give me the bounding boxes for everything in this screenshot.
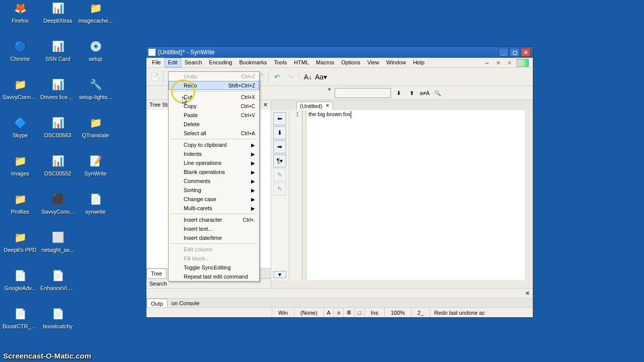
tab-close-icon[interactable]: ✕ — [326, 103, 330, 109]
icon-label: SavvyConn... — [40, 209, 75, 215]
desktop-icon[interactable]: 📊DSC00563 — [40, 115, 75, 138]
menu-item-copy[interactable]: CopyCtrl+C — [169, 102, 259, 111]
menu-item-comments[interactable]: Comments▶ — [169, 176, 259, 186]
undo-button[interactable]: ↶ — [271, 71, 283, 83]
font-button[interactable]: Aa▾ — [315, 71, 327, 83]
menubar-icon-close-orange[interactable]: ✕ — [505, 58, 514, 67]
menubar-icon-left-arrow[interactable]: ↔ — [482, 58, 492, 67]
lexer-indicator[interactable] — [517, 59, 529, 67]
scrollbar-horizontal[interactable] — [271, 280, 533, 288]
marker-icon[interactable]: ✎ — [273, 168, 286, 182]
desktop-icon[interactable]: 📄synwrite — [78, 191, 113, 215]
search-tool-icon[interactable]: a≠A — [419, 87, 430, 99]
menu-help[interactable]: Help — [410, 58, 428, 67]
menu-item-blank-operations[interactable]: Blank operations▶ — [169, 167, 259, 176]
menu-item-insert-character[interactable]: Insert characterCtrl+. — [169, 215, 259, 224]
menu-item-multi-carets[interactable]: Multi-carets▶ — [169, 204, 259, 213]
menu-tools[interactable]: Tools — [270, 58, 290, 67]
desktop-icon[interactable]: 🔧setup-lights... — [78, 76, 113, 100]
status-font-icon[interactable]: A — [324, 308, 334, 317]
menu-bookmarks[interactable]: Bookmarks — [235, 58, 270, 67]
desktop-icon[interactable]: 📁Profiles — [3, 191, 38, 215]
menu-item-paste[interactable]: PasteCtrl+V — [169, 111, 259, 120]
menu-item-change-case[interactable]: Change case▶ — [169, 195, 259, 204]
desktop-icon[interactable]: 🔵Chrome — [3, 38, 38, 62]
menubar-icon-close-red[interactable]: ✕ — [494, 58, 503, 67]
sort-button[interactable]: A↓ — [302, 71, 314, 83]
menu-item-cut[interactable]: CutCtrl+X — [169, 93, 259, 102]
desktop-icon[interactable]: 💿setup — [78, 38, 113, 62]
menu-macros[interactable]: Macros — [312, 58, 338, 67]
desktop-icon[interactable]: 📊Drivers license — [40, 76, 75, 100]
menu-view[interactable]: View — [364, 58, 383, 67]
document-tab[interactable]: (Untitled) ✕ — [296, 102, 333, 110]
status-icon[interactable]: ≡ — [334, 308, 344, 317]
menu-item-insert-text-[interactable]: Insert text... — [169, 224, 259, 233]
search-tool-icon[interactable]: 🔍 — [432, 87, 443, 99]
menu-item-line-operations[interactable]: Line operations▶ — [169, 158, 259, 167]
marker-more-icon[interactable]: ▾ — [273, 271, 286, 278]
status-align-icon[interactable]: ≣ — [344, 308, 355, 317]
menu-item-label: Change case — [184, 196, 216, 202]
desktop-icon[interactable]: ⬛SavvyConn... — [40, 191, 75, 215]
scrollbar-vertical[interactable] — [525, 110, 533, 280]
desktop-icon[interactable]: 📝SynWrite — [78, 153, 113, 176]
menu-item-select-all[interactable]: Select allCtrl+A — [169, 129, 259, 138]
panel-close-icon[interactable]: ✕ — [263, 102, 268, 108]
menu-item-copy-to-clipboard[interactable]: Copy to clipboard▶ — [169, 140, 259, 149]
desktop-icon[interactable]: ⬜netsight_se... — [40, 229, 75, 253]
desktop-icon[interactable]: 📄BoostCTR_... request — [3, 306, 38, 329]
redo-button[interactable]: ↷ — [284, 71, 296, 83]
desktop-icon[interactable]: 📄boostcatchy — [40, 306, 75, 329]
maximize-button[interactable]: ▢ — [510, 48, 520, 57]
menu-item-repeat-last-edit-command[interactable]: Repeat last edit command — [169, 272, 259, 281]
desktop-icon[interactable]: 🔷Skype — [3, 115, 38, 138]
line-gutter: 1 — [289, 110, 302, 280]
desktop-icon[interactable]: 📁Images — [3, 153, 38, 176]
status-icon[interactable]: □ — [355, 308, 365, 317]
search-tool-icon[interactable]: ⬇ — [393, 87, 404, 99]
menu-item-insert-date-time[interactable]: Insert date/time — [169, 233, 259, 242]
file-icon: 📄 — [50, 306, 66, 322]
desktop-icon[interactable]: 📊DeeptiXtras — [40, 0, 75, 24]
desktop-icon[interactable]: 📊DSC00552 — [40, 153, 75, 176]
marker-right-icon[interactable]: ➡ — [273, 140, 286, 153]
close-button[interactable]: ✕ — [521, 48, 531, 57]
menu-item-toggle-syncediting[interactable]: Toggle SyncEditing — [169, 263, 259, 272]
titlebar[interactable]: (Untitled)* - SynWrite _ ▢ ✕ — [146, 47, 533, 58]
menu-shortcut: Ctrl+V — [241, 113, 255, 118]
tab-tree[interactable]: Tree — [146, 268, 167, 278]
desktop-icon[interactable]: 📁imagecache... — [78, 0, 113, 24]
desktop-icon[interactable]: 🦊Firefox — [3, 0, 38, 24]
marker-left-icon[interactable]: ⬅ — [273, 112, 286, 125]
search-close-icon[interactable]: ✕ — [328, 87, 332, 92]
menu-edit[interactable]: Edit — [165, 58, 181, 67]
minimize-button[interactable]: _ — [499, 48, 509, 57]
menu-html[interactable]: HTML — [290, 58, 312, 67]
new-file-button[interactable]: 📄 — [148, 71, 160, 83]
desktop-icon[interactable]: 📁SavvyConnect — [3, 76, 38, 100]
pilcrow-icon[interactable]: ¶▾ — [273, 154, 286, 167]
desktop-icon[interactable]: 📁Deepti's PPD — [3, 229, 38, 253]
menu-item-delete[interactable]: Delete — [169, 120, 259, 129]
marker-down-icon[interactable]: ⬇ — [273, 126, 286, 139]
desktop-icon[interactable]: 📄EnhanceVie... (9).crx — [40, 267, 75, 291]
menu-item-sorting[interactable]: Sorting▶ — [169, 186, 259, 195]
menu-item-indents[interactable]: Indents▶ — [169, 149, 259, 158]
menu-item-redo[interactable]: RedoShift+Ctrl+Z — [169, 81, 259, 90]
bottom-close-icon[interactable]: ✕ — [525, 290, 530, 297]
search-tool-icon[interactable]: ⬆ — [406, 87, 417, 99]
desktop-icon[interactable]: 📊SSN Card — [40, 38, 75, 62]
submenu-arrow-icon: ▶ — [251, 169, 255, 175]
menu-options[interactable]: Options — [338, 58, 364, 67]
marker-icon[interactable]: ✎ — [273, 183, 286, 196]
menu-window[interactable]: Window — [383, 58, 410, 67]
desktop-icon[interactable]: 📁QTranslate — [78, 115, 113, 138]
submenu-arrow-icon: ▶ — [251, 142, 255, 148]
menu-search[interactable]: Search — [181, 58, 206, 67]
search-input[interactable] — [335, 88, 391, 98]
menu-encoding[interactable]: Encoding — [206, 58, 236, 67]
desktop-icon[interactable]: 📄GoogleAdv... — [3, 267, 38, 291]
document-content[interactable]: the big brown fox — [306, 110, 525, 280]
menu-file[interactable]: File — [148, 58, 165, 67]
